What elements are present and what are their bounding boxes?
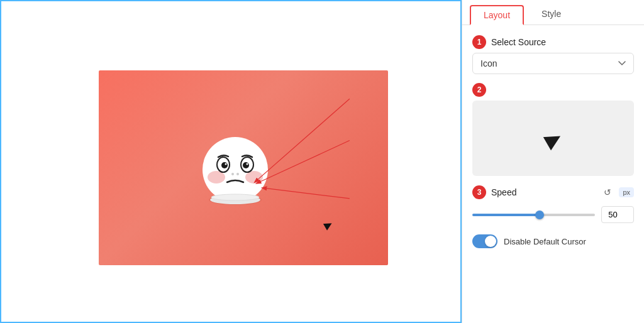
svg-point-10 bbox=[231, 173, 234, 175]
speed-value-input[interactable] bbox=[601, 206, 634, 223]
select-source-label: Select Source bbox=[491, 37, 546, 47]
slider-thumb[interactable] bbox=[535, 211, 544, 219]
canvas-area: ▶ bbox=[0, 0, 462, 323]
svg-point-9 bbox=[247, 163, 248, 165]
svg-point-5 bbox=[221, 162, 228, 168]
svg-point-8 bbox=[243, 162, 249, 168]
icon-preview-header: 2 bbox=[472, 83, 634, 97]
speed-slider-container[interactable] bbox=[472, 209, 595, 221]
tab-bar: Layout Style bbox=[462, 0, 644, 25]
canvas-image bbox=[99, 70, 388, 265]
canvas-image-container: ▶ bbox=[99, 70, 388, 265]
svg-point-3 bbox=[245, 171, 263, 183]
toggle-knob bbox=[485, 236, 496, 247]
panel-content: 1 Select Source Icon Image Text 2 ▶ 3 bbox=[462, 25, 644, 258]
svg-point-13 bbox=[211, 194, 259, 200]
speed-section: 3 Speed ↺ px bbox=[472, 185, 634, 223]
svg-point-11 bbox=[236, 173, 239, 175]
speed-controls: ↺ px bbox=[600, 185, 634, 200]
slider-track bbox=[472, 214, 595, 216]
tab-style[interactable]: Style bbox=[529, 5, 574, 25]
svg-point-1 bbox=[203, 137, 268, 202]
speed-header-left: 3 Speed bbox=[472, 185, 516, 199]
speed-unit: px bbox=[619, 187, 634, 197]
source-dropdown[interactable]: Icon Image Text bbox=[472, 53, 634, 74]
icon-preview-section: 2 ▶ bbox=[472, 83, 634, 176]
icon-preview-box: ▶ bbox=[472, 101, 634, 176]
slider-row bbox=[472, 206, 634, 223]
select-source-header: 1 Select Source bbox=[472, 35, 634, 49]
face-illustration bbox=[194, 119, 276, 207]
badge-3: 3 bbox=[472, 185, 486, 199]
speed-header: 3 Speed ↺ px bbox=[472, 185, 634, 200]
preview-cursor-icon: ▶ bbox=[540, 124, 566, 152]
tab-layout[interactable]: Layout bbox=[470, 5, 524, 25]
disable-cursor-label: Disable Default Cursor bbox=[504, 237, 586, 246]
toggle-row: Disable Default Cursor bbox=[472, 234, 634, 248]
svg-point-6 bbox=[225, 163, 227, 165]
speed-reset-button[interactable]: ↺ bbox=[600, 185, 615, 200]
badge-1: 1 bbox=[472, 35, 486, 49]
speed-label: Speed bbox=[491, 187, 516, 197]
select-source-section: 1 Select Source Icon Image Text bbox=[472, 35, 634, 74]
badge-2: 2 bbox=[472, 83, 486, 97]
right-panel: Layout Style 1 Select Source Icon Image … bbox=[462, 0, 644, 323]
disable-cursor-toggle[interactable] bbox=[472, 234, 497, 248]
svg-point-2 bbox=[208, 171, 225, 183]
